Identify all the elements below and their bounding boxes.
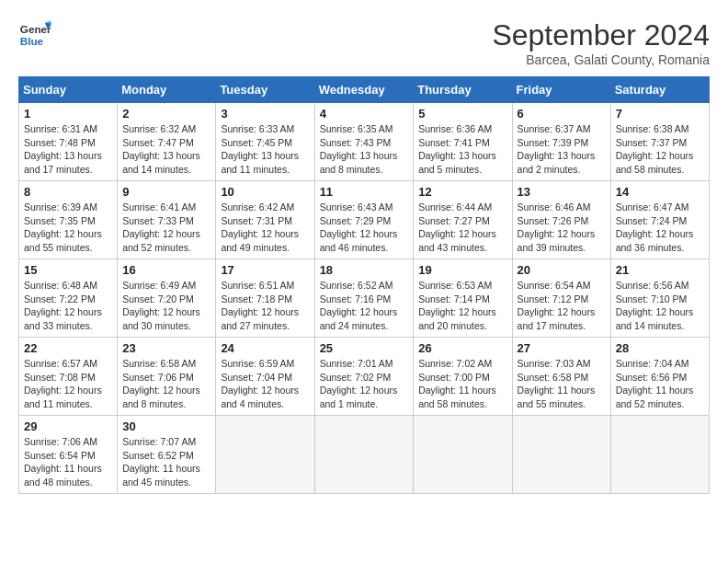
day-number: 12 (418, 185, 506, 199)
day-info: Sunrise: 6:53 AMSunset: 7:14 PMDaylight:… (418, 279, 506, 333)
column-header-wednesday: Wednesday (314, 77, 414, 103)
day-number: 22 (24, 341, 112, 355)
day-number: 11 (320, 185, 409, 199)
day-info: Sunrise: 6:57 AMSunset: 7:08 PMDaylight:… (24, 357, 112, 411)
calendar-cell (610, 416, 709, 494)
calendar-cell: 27Sunrise: 7:03 AMSunset: 6:58 PMDayligh… (512, 338, 610, 416)
calendar-cell: 18Sunrise: 6:52 AMSunset: 7:16 PMDayligh… (314, 259, 414, 338)
calendar-cell: 29Sunrise: 7:06 AMSunset: 6:54 PMDayligh… (19, 416, 118, 494)
location-subtitle: Barcea, Galati County, Romania (492, 52, 710, 67)
day-info: Sunrise: 6:49 AMSunset: 7:20 PMDaylight:… (122, 279, 210, 333)
day-number: 30 (122, 419, 210, 433)
day-number: 25 (320, 341, 409, 355)
calendar-cell: 24Sunrise: 6:59 AMSunset: 7:04 PMDayligh… (216, 338, 314, 416)
calendar-week-5: 29Sunrise: 7:06 AMSunset: 6:54 PMDayligh… (19, 416, 710, 494)
day-info: Sunrise: 7:02 AMSunset: 7:00 PMDaylight:… (418, 357, 506, 411)
calendar-cell: 25Sunrise: 7:01 AMSunset: 7:02 PMDayligh… (314, 338, 414, 416)
calendar-cell (414, 416, 512, 494)
day-info: Sunrise: 6:36 AMSunset: 7:41 PMDaylight:… (418, 122, 506, 177)
calendar-cell: 12Sunrise: 6:44 AMSunset: 7:27 PMDayligh… (414, 181, 512, 259)
day-info: Sunrise: 6:54 AMSunset: 7:12 PMDaylight:… (518, 279, 606, 333)
day-info: Sunrise: 6:39 AMSunset: 7:35 PMDaylight:… (24, 201, 112, 255)
day-number: 19 (418, 263, 506, 277)
day-info: Sunrise: 6:56 AMSunset: 7:10 PMDaylight:… (616, 279, 704, 333)
day-info: Sunrise: 6:59 AMSunset: 7:04 PMDaylight:… (221, 357, 309, 411)
day-number: 27 (518, 341, 606, 355)
day-info: Sunrise: 6:37 AMSunset: 7:39 PMDaylight:… (518, 122, 606, 177)
day-info: Sunrise: 6:32 AMSunset: 7:47 PMDaylight:… (122, 122, 210, 177)
day-number: 5 (418, 107, 506, 121)
day-number: 16 (122, 263, 210, 277)
day-info: Sunrise: 6:38 AMSunset: 7:37 PMDaylight:… (616, 122, 704, 177)
day-info: Sunrise: 6:46 AMSunset: 7:26 PMDaylight:… (518, 201, 606, 255)
day-info: Sunrise: 6:58 AMSunset: 7:06 PMDaylight:… (122, 357, 210, 411)
logo-icon: General Blue (18, 18, 51, 52)
calendar-table: SundayMondayTuesdayWednesdayThursdayFrid… (18, 76, 710, 494)
svg-text:Blue: Blue (20, 35, 44, 47)
logo: General Blue (18, 18, 51, 52)
column-header-friday: Friday (512, 77, 610, 103)
calendar-cell: 3Sunrise: 6:33 AMSunset: 7:45 PMDaylight… (216, 103, 314, 181)
calendar-cell: 23Sunrise: 6:58 AMSunset: 7:06 PMDayligh… (118, 338, 216, 416)
calendar-week-1: 1Sunrise: 6:31 AMSunset: 7:48 PMDaylight… (19, 103, 710, 181)
day-info: Sunrise: 6:51 AMSunset: 7:18 PMDaylight:… (221, 279, 309, 333)
title-block: September 2024 Barcea, Galati County, Ro… (492, 18, 710, 67)
day-number: 14 (616, 185, 704, 199)
calendar-cell: 14Sunrise: 6:47 AMSunset: 7:24 PMDayligh… (610, 181, 709, 259)
day-info: Sunrise: 6:43 AMSunset: 7:29 PMDaylight:… (320, 201, 409, 255)
day-info: Sunrise: 6:52 AMSunset: 7:16 PMDaylight:… (320, 279, 409, 333)
calendar-cell: 5Sunrise: 6:36 AMSunset: 7:41 PMDaylight… (414, 103, 512, 181)
day-info: Sunrise: 6:48 AMSunset: 7:22 PMDaylight:… (24, 279, 112, 333)
day-number: 8 (24, 185, 112, 199)
page-header: General Blue September 2024 Barcea, Gala… (18, 18, 710, 67)
day-info: Sunrise: 7:03 AMSunset: 6:58 PMDaylight:… (518, 357, 606, 411)
day-number: 29 (24, 419, 112, 433)
calendar-cell: 16Sunrise: 6:49 AMSunset: 7:20 PMDayligh… (118, 259, 216, 338)
day-info: Sunrise: 6:44 AMSunset: 7:27 PMDaylight:… (418, 201, 506, 255)
day-info: Sunrise: 7:07 AMSunset: 6:52 PMDaylight:… (122, 435, 210, 489)
day-number: 6 (518, 107, 606, 121)
column-header-monday: Monday (118, 77, 216, 103)
calendar-cell: 22Sunrise: 6:57 AMSunset: 7:08 PMDayligh… (19, 338, 118, 416)
day-number: 3 (221, 107, 309, 121)
calendar-cell: 26Sunrise: 7:02 AMSunset: 7:00 PMDayligh… (414, 338, 512, 416)
day-number: 21 (616, 263, 704, 277)
day-info: Sunrise: 6:31 AMSunset: 7:48 PMDaylight:… (24, 122, 112, 177)
column-header-saturday: Saturday (610, 77, 709, 103)
calendar-cell: 2Sunrise: 6:32 AMSunset: 7:47 PMDaylight… (118, 103, 216, 181)
calendar-cell: 10Sunrise: 6:42 AMSunset: 7:31 PMDayligh… (216, 181, 314, 259)
calendar-cell (512, 416, 610, 494)
calendar-cell: 11Sunrise: 6:43 AMSunset: 7:29 PMDayligh… (314, 181, 414, 259)
calendar-cell: 28Sunrise: 7:04 AMSunset: 6:56 PMDayligh… (610, 338, 709, 416)
day-info: Sunrise: 6:41 AMSunset: 7:33 PMDaylight:… (122, 201, 210, 255)
day-number: 9 (122, 185, 210, 199)
day-info: Sunrise: 7:04 AMSunset: 6:56 PMDaylight:… (616, 357, 704, 411)
calendar-cell (314, 416, 414, 494)
day-number: 28 (616, 341, 704, 355)
day-number: 1 (24, 107, 112, 121)
calendar-cell: 15Sunrise: 6:48 AMSunset: 7:22 PMDayligh… (19, 259, 118, 338)
calendar-cell: 9Sunrise: 6:41 AMSunset: 7:33 PMDaylight… (118, 181, 216, 259)
calendar-cell: 1Sunrise: 6:31 AMSunset: 7:48 PMDaylight… (19, 103, 118, 181)
calendar-cell: 4Sunrise: 6:35 AMSunset: 7:43 PMDaylight… (314, 103, 414, 181)
calendar-cell: 8Sunrise: 6:39 AMSunset: 7:35 PMDaylight… (19, 181, 118, 259)
day-number: 2 (122, 107, 210, 121)
day-number: 10 (221, 185, 309, 199)
column-header-sunday: Sunday (19, 77, 118, 103)
day-info: Sunrise: 7:06 AMSunset: 6:54 PMDaylight:… (24, 435, 112, 489)
calendar-cell: 6Sunrise: 6:37 AMSunset: 7:39 PMDaylight… (512, 103, 610, 181)
day-info: Sunrise: 6:35 AMSunset: 7:43 PMDaylight:… (320, 122, 409, 177)
calendar-week-4: 22Sunrise: 6:57 AMSunset: 7:08 PMDayligh… (19, 338, 710, 416)
day-number: 15 (24, 263, 112, 277)
day-number: 24 (221, 341, 309, 355)
calendar-header-row: SundayMondayTuesdayWednesdayThursdayFrid… (19, 77, 710, 103)
calendar-cell: 30Sunrise: 7:07 AMSunset: 6:52 PMDayligh… (118, 416, 216, 494)
day-number: 26 (418, 341, 506, 355)
day-number: 23 (122, 341, 210, 355)
day-number: 20 (518, 263, 606, 277)
day-number: 4 (320, 107, 409, 121)
calendar-week-2: 8Sunrise: 6:39 AMSunset: 7:35 PMDaylight… (19, 181, 710, 259)
day-info: Sunrise: 6:47 AMSunset: 7:24 PMDaylight:… (616, 201, 704, 255)
calendar-cell: 21Sunrise: 6:56 AMSunset: 7:10 PMDayligh… (610, 259, 709, 338)
column-header-tuesday: Tuesday (216, 77, 314, 103)
